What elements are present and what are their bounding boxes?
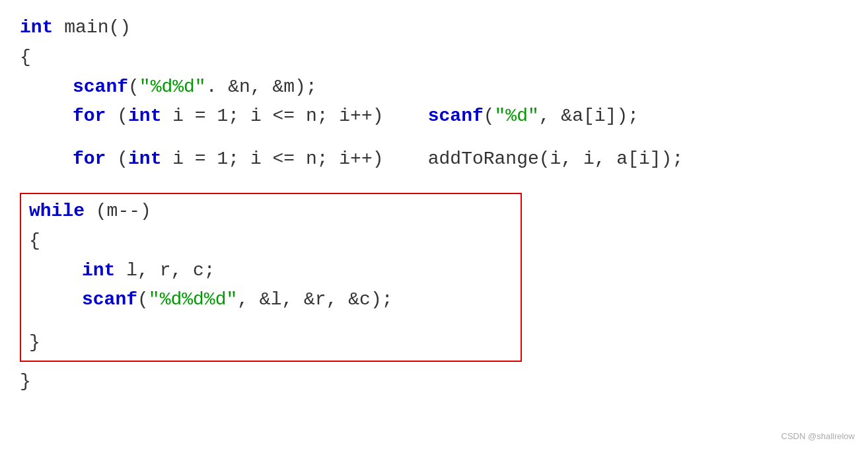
line-open-brace-while: { (29, 226, 513, 256)
line-close-brace-while: } (29, 328, 513, 358)
scanf-2-rest: , &a[i]); (539, 102, 639, 131)
main-func: main() (53, 13, 131, 43)
keyword-for-1: for (73, 102, 106, 131)
line-for-2: for ( int i = 1; i <= n; i++) addToRange… (73, 145, 848, 174)
paren-open-1: ( (128, 73, 139, 102)
str-scanf-3: "%d%d%d" (149, 285, 237, 315)
str-scanf-2: "%d" (495, 102, 539, 131)
paren-open-3: ( (137, 285, 149, 315)
keyword-int: int (20, 13, 53, 43)
code-block: int main() { scanf ( "%d%d" . &n, &m); f… (0, 0, 868, 410)
line-scanf-1: scanf ( "%d%d" . &n, &m); (73, 73, 848, 102)
outer-close-brace: } (20, 367, 31, 397)
while-block: while (m--) { int l, r, c; scanf ( "%d%d… (20, 193, 522, 362)
keyword-int-2: int (128, 145, 161, 174)
scanf-3-rest: , &l, &r, &c); (237, 285, 392, 315)
keyword-while: while (29, 197, 85, 226)
while-condition: (m--) (85, 197, 151, 226)
watermark: CSDN @shallrelow (781, 430, 855, 444)
keyword-scanf-1: scanf (73, 73, 128, 102)
int-vars-rest: l, r, c; (115, 256, 215, 286)
str-scanf-1: "%d%d" (139, 73, 206, 102)
while-close-brace: } (29, 328, 40, 358)
while-open-brace: { (29, 226, 40, 256)
scanf-1-rest: . &n, &m); (206, 73, 317, 102)
line-int-main: int main() (20, 13, 848, 43)
spacer-2 (20, 174, 848, 188)
paren-open-2: ( (484, 102, 495, 131)
outer-open-brace: { (20, 43, 31, 73)
for-2-pre: ( (106, 145, 128, 174)
spacer-1 (20, 131, 848, 145)
line-close-brace-outer: } (20, 367, 848, 397)
for-1-pre: ( (106, 102, 128, 131)
keyword-scanf-2: scanf (428, 102, 484, 131)
keyword-scanf-3: scanf (82, 285, 137, 315)
keyword-int-1: int (128, 102, 161, 131)
line-open-brace-outer: { (20, 43, 848, 73)
line-for-1: for ( int i = 1; i <= n; i++) scanf ( "%… (73, 102, 848, 131)
line-int-vars: int l, r, c; (82, 256, 513, 286)
spacer-3 (29, 315, 513, 328)
keyword-int-3: int (82, 256, 115, 286)
keyword-for-2: for (73, 145, 106, 174)
for-2-rest: i = 1; i <= n; i++) addToRange(i, i, a[i… (161, 145, 683, 174)
for-1-mid: i = 1; i <= n; i++) (161, 102, 427, 131)
line-scanf-3: scanf ( "%d%d%d" , &l, &r, &c); (82, 285, 513, 315)
line-while: while (m--) (29, 197, 513, 226)
